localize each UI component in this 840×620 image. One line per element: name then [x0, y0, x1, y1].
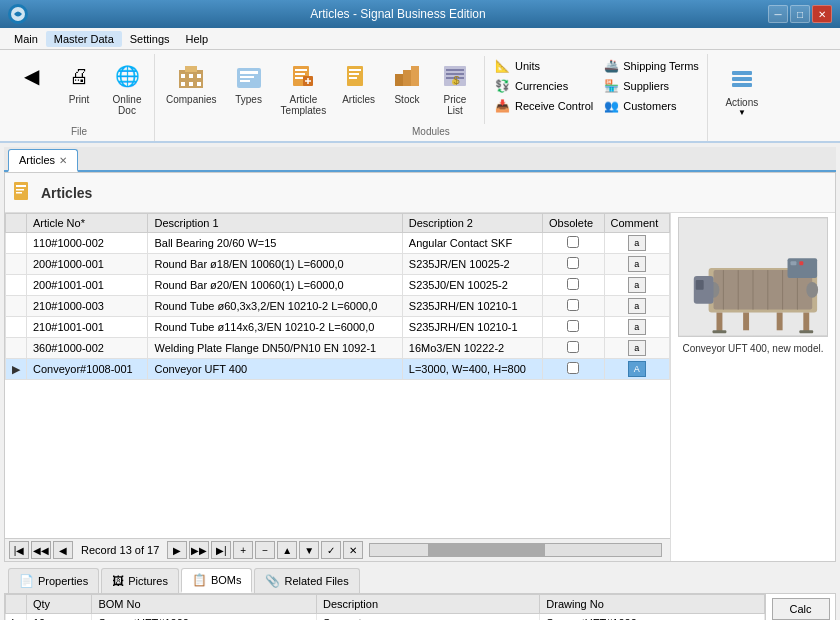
ribbon-btn-types[interactable]: Types [226, 56, 272, 109]
table-row[interactable]: 210#1001-001 Round Tube ø114x6,3/EN 1021… [6, 317, 670, 338]
table-row[interactable]: 110#1000-002 Ball Bearing 20/60 W=15 Ang… [6, 233, 670, 254]
obsolete-cell[interactable] [543, 317, 604, 338]
nav-down[interactable]: ▼ [299, 541, 319, 559]
customers-icon: 👥 [603, 98, 619, 114]
svg-rect-10 [240, 71, 258, 74]
nav-confirm[interactable]: ✓ [321, 541, 341, 559]
ribbon-small-shipping-terms[interactable]: 🚢 Shipping Terms [599, 56, 703, 76]
svg-rect-4 [189, 74, 193, 78]
ribbon-btn-online-doc[interactable]: 🌐 OnlineDoc [104, 56, 150, 120]
table-row[interactable]: 210#1000-003 Round Tube ø60,3x3,2/EN 102… [6, 296, 670, 317]
obsolete-cell[interactable] [543, 233, 604, 254]
ribbon-btn-price-list[interactable]: $ PriceList [432, 56, 478, 120]
table-row[interactable]: 200#1001-001 Round Bar ø20/EN 10060(1) L… [6, 275, 670, 296]
menu-master-data[interactable]: Master Data [46, 31, 122, 47]
bom-col-bom-no[interactable]: BOM No [92, 595, 317, 614]
menu-settings[interactable]: Settings [122, 31, 178, 47]
ribbon-small-units[interactable]: 📐 Units [491, 56, 597, 76]
ribbon-btn-article-templates[interactable]: ArticleTemplates [274, 56, 334, 120]
online-doc-label: OnlineDoc [113, 94, 142, 116]
nav-first[interactable]: |◀ [9, 541, 29, 559]
tab-related-files[interactable]: 📎 Related Files [254, 568, 359, 593]
comment-cell[interactable]: a [604, 296, 669, 317]
nav-cancel[interactable]: ✕ [343, 541, 363, 559]
ribbon-small-customers[interactable]: 👥 Customers [599, 96, 703, 116]
actions-dropdown-icon: ▼ [738, 108, 746, 117]
comment-cell[interactable]: A [604, 359, 669, 380]
row-selector [6, 233, 27, 254]
menu-main[interactable]: Main [6, 31, 46, 47]
obsolete-cell[interactable] [543, 338, 604, 359]
nav-delete[interactable]: − [255, 541, 275, 559]
nav-scrollbar[interactable] [369, 543, 662, 557]
nav-next-page[interactable]: ▶▶ [189, 541, 209, 559]
ribbon-btn-companies[interactable]: Companies [159, 56, 224, 109]
bom-col-qty[interactable]: Qty [27, 595, 92, 614]
svg-rect-54 [777, 313, 783, 331]
col-desc2[interactable]: Description 2 [402, 214, 542, 233]
desc2-cell: S235J0/EN 10025-2 [402, 275, 542, 296]
tab-pictures[interactable]: 🖼 Pictures [101, 568, 179, 593]
col-selector [6, 214, 27, 233]
bom-row-selector: ▶ [6, 614, 27, 621]
article-no-cell: 200#1000-001 [27, 254, 148, 275]
calc-button[interactable]: Calc [772, 598, 830, 620]
nav-next[interactable]: ▶ [167, 541, 187, 559]
svg-rect-14 [295, 69, 307, 71]
comment-cell[interactable]: a [604, 275, 669, 296]
nav-status: Record 13 of 17 [75, 544, 165, 556]
obsolete-cell[interactable] [543, 359, 604, 380]
ribbon-btn-back[interactable]: ◀ [8, 56, 54, 96]
menu-help[interactable]: Help [178, 31, 217, 47]
bom-col-drawing[interactable]: Drawing No [540, 595, 765, 614]
tab-articles[interactable]: Articles ✕ [8, 149, 78, 172]
svg-rect-28 [446, 69, 464, 71]
nav-prev[interactable]: ◀ [53, 541, 73, 559]
nav-last[interactable]: ▶| [211, 541, 231, 559]
row-selector: ▶ [6, 359, 27, 380]
close-button[interactable]: ✕ [812, 5, 832, 23]
modules-group-label: Modules [412, 126, 450, 139]
tab-close-articles[interactable]: ✕ [59, 155, 67, 166]
table-row[interactable]: ▶ Conveyor#1008-001 Conveyor UFT 400 L=3… [6, 359, 670, 380]
nav-prev-page[interactable]: ◀◀ [31, 541, 51, 559]
ribbon-small-currencies[interactable]: 💱 Currencies [491, 76, 597, 96]
ribbon-small-receive-control[interactable]: 📥 Receive Control [491, 96, 597, 116]
desc2-cell: S235JRH/EN 10210-1 [402, 317, 542, 338]
ribbon-btn-actions[interactable]: Actions ▼ [712, 56, 772, 124]
nav-add[interactable]: + [233, 541, 253, 559]
col-article-no[interactable]: Article No* [27, 214, 148, 233]
obsolete-cell[interactable] [543, 296, 604, 317]
maximize-button[interactable]: □ [790, 5, 810, 23]
nav-up[interactable]: ▲ [277, 541, 297, 559]
comment-cell[interactable]: a [604, 233, 669, 254]
col-obsolete[interactable]: Obsolete [543, 214, 604, 233]
col-desc1[interactable]: Description 1 [148, 214, 402, 233]
ribbon-small-suppliers[interactable]: 🏪 Suppliers [599, 76, 703, 96]
svg-rect-12 [240, 80, 250, 82]
ribbon-btn-print[interactable]: 🖨 Print [56, 56, 102, 109]
table-row[interactable]: 360#1000-002 Welding Plate Flange DN50/P… [6, 338, 670, 359]
receive-control-label: Receive Control [515, 100, 593, 112]
tab-boms[interactable]: 📋 BOMs [181, 568, 253, 593]
bom-row[interactable]: ▶ 10 SupportUFT#1000 Support SupportUFT#… [6, 614, 765, 621]
comment-cell[interactable]: a [604, 317, 669, 338]
comment-cell[interactable]: a [604, 254, 669, 275]
obsolete-cell[interactable] [543, 254, 604, 275]
tab-properties[interactable]: 📄 Properties [8, 568, 99, 593]
ribbon-btn-stock[interactable]: Stock [384, 56, 430, 109]
comment-cell[interactable]: a [604, 338, 669, 359]
bom-col-desc[interactable]: Description [317, 595, 540, 614]
minimize-button[interactable]: ─ [768, 5, 788, 23]
table-scroll[interactable]: Article No* Description 1 Description 2 … [5, 213, 670, 538]
obsolete-cell[interactable] [543, 275, 604, 296]
companies-icon [175, 60, 207, 92]
col-comment[interactable]: Comment [604, 214, 669, 233]
ribbon-btn-articles[interactable]: Articles [335, 56, 382, 109]
table-row[interactable]: 200#1000-001 Round Bar ø18/EN 10060(1) L… [6, 254, 670, 275]
receive-control-icon: 📥 [495, 98, 511, 114]
price-list-label: PriceList [444, 94, 467, 116]
app-icon [8, 4, 28, 24]
article-no-cell: Conveyor#1008-001 [27, 359, 148, 380]
panel-header: Articles [5, 173, 835, 213]
